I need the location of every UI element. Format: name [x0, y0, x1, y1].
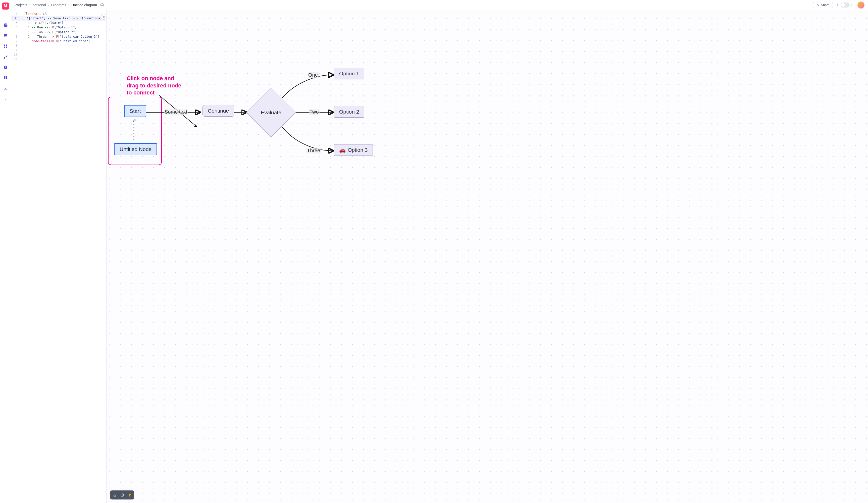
collapse-pane-button[interactable]: «: [101, 14, 106, 20]
svg-rect-4: [817, 5, 818, 6]
line-number: 8: [11, 43, 20, 48]
node-label: Continue: [208, 108, 229, 114]
code-editor[interactable]: 1 flowchart LR2 A["Start"] -- Some text …: [11, 10, 106, 63]
node-label: Option 3: [348, 147, 368, 153]
line-number: 11: [11, 57, 20, 62]
car-icon: 🚗: [339, 147, 346, 153]
brush-icon[interactable]: [3, 54, 8, 59]
node-start[interactable]: Start: [124, 105, 146, 117]
code-line[interactable]: 6 C -- Three --> F["fa:fa-car Option 3"]: [11, 34, 106, 39]
sun-icon: ☀: [836, 3, 839, 7]
cursor-grab-icon: [132, 119, 137, 123]
code-line[interactable]: 1 flowchart LR: [11, 12, 106, 16]
code-line-body: [20, 52, 106, 57]
top-bar: Projects › personal › Diagrams › Untitle…: [11, 0, 868, 10]
line-number: 7: [11, 39, 20, 43]
cloud-sync-icon[interactable]: [100, 3, 104, 7]
breadcrumb-item[interactable]: Projects: [14, 3, 28, 7]
code-editor-pane: 1 flowchart LR2 A["Start"] -- Some text …: [11, 10, 106, 503]
line-number: 3: [11, 21, 20, 25]
pie-chart-icon[interactable]: [3, 23, 8, 28]
code-line[interactable]: 4 C -- One --> D["Option 1"]: [11, 25, 106, 30]
code-line-body: C -- Two --> E["Option 2"]: [20, 30, 106, 34]
code-line-body: flowchart LR: [20, 12, 106, 16]
edge-label: Two: [309, 109, 320, 115]
node-label: Untitled Node: [120, 146, 152, 152]
hint-annotation: Click on node and drag to desired node t…: [127, 75, 184, 96]
code-line-body: C -- Three --> F["fa:fa-car Option 3"]: [20, 34, 106, 39]
code-line-body: node-tahmi20lv["Untitled Node"]: [20, 39, 106, 43]
code-line[interactable]: 9: [11, 48, 106, 52]
chevron-right-icon: ›: [68, 3, 70, 7]
code-line[interactable]: 2 A["Start"] -- Some text --> B("Continu…: [11, 16, 106, 21]
chevron-right-icon: ›: [48, 3, 49, 7]
code-line[interactable]: 10: [11, 52, 106, 57]
svg-rect-10: [114, 495, 116, 496]
code-line[interactable]: 8: [11, 43, 106, 48]
code-line[interactable]: 7 node-tahmi20lv["Untitled Node"]: [11, 39, 106, 43]
svg-rect-2: [4, 47, 5, 48]
breadcrumb-item[interactable]: personal: [32, 3, 46, 7]
code-line-body: [20, 43, 106, 48]
line-number: 2: [11, 16, 19, 21]
node-option-2[interactable]: Option 2: [334, 106, 364, 117]
node-label: Start: [130, 108, 141, 114]
node-continue[interactable]: Continue: [203, 105, 234, 116]
svg-rect-0: [4, 44, 5, 46]
breadcrumb-item-current[interactable]: Untitled diagram: [71, 3, 97, 7]
svg-rect-1: [6, 44, 7, 46]
edge-label: One: [308, 72, 319, 78]
theme-toggle[interactable]: [840, 2, 850, 8]
user-avatar[interactable]: [857, 1, 865, 9]
diagram-canvas[interactable]: Click on node and drag to desired node t…: [106, 10, 868, 503]
widgets-icon[interactable]: [3, 44, 8, 49]
edge-label: Three: [306, 148, 321, 154]
chat-icon[interactable]: [3, 33, 8, 38]
code-line-body: A["Start"] -- Some text --> B("Continue"…: [19, 16, 106, 21]
moon-icon: ☾: [851, 3, 855, 7]
line-number: 6: [11, 34, 20, 39]
node-label: Option 1: [339, 71, 359, 76]
node-label: Evaluate: [261, 110, 281, 115]
code-line-body: [20, 48, 106, 52]
breadcrumb-item[interactable]: Diagrams: [51, 3, 66, 7]
code-line-body: C -- One --> D["Option 1"]: [20, 25, 106, 30]
code-line-body: [20, 57, 106, 62]
book-icon[interactable]: [3, 75, 8, 80]
left-rail: M ⋯: [0, 0, 11, 503]
node-option-1[interactable]: Option 1: [334, 68, 364, 79]
node-option-3[interactable]: 🚗 Option 3: [334, 144, 373, 156]
code-line[interactable]: 3 B --> C{"Evaluate"}: [11, 21, 106, 25]
add-button[interactable]: [118, 491, 126, 499]
clock-icon[interactable]: [3, 65, 8, 70]
share-button-label: Share: [821, 3, 829, 7]
node-untitled[interactable]: Untitled Node: [114, 143, 157, 155]
line-number: 4: [11, 25, 20, 30]
line-number: 10: [11, 52, 20, 57]
node-label: Option 2: [339, 109, 359, 115]
canvas-toolbar: [110, 491, 134, 500]
lock-icon: [816, 3, 819, 7]
line-number: 9: [11, 48, 20, 52]
app-logo[interactable]: M: [2, 2, 9, 10]
hint-button[interactable]: [126, 491, 133, 499]
download-icon[interactable]: [3, 86, 8, 91]
edge-label: Some text: [164, 109, 188, 115]
unlock-button[interactable]: [111, 491, 118, 499]
code-line-body: B --> C{"Evaluate"}: [20, 21, 106, 25]
code-line[interactable]: 11: [11, 57, 106, 62]
edge-layer: [106, 10, 868, 503]
share-button[interactable]: Share: [813, 2, 833, 8]
code-line[interactable]: 5 C -- Two --> E["Option 2"]: [11, 30, 106, 34]
line-number: 5: [11, 30, 20, 34]
chevron-right-icon: ›: [29, 3, 31, 7]
line-number: 1: [11, 12, 20, 16]
more-icon[interactable]: ⋯: [3, 96, 8, 102]
